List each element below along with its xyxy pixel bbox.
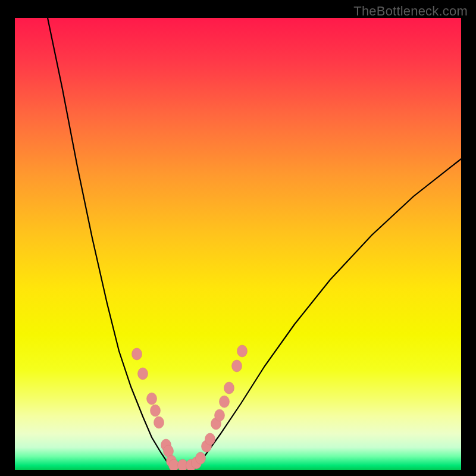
- marker-point: [151, 405, 161, 416]
- chart-frame: [15, 18, 461, 470]
- bottleneck-curve: [48, 18, 461, 465]
- marker-point: [224, 382, 234, 394]
- marker-point: [205, 433, 215, 445]
- marker-point: [220, 396, 230, 408]
- marker-point: [196, 452, 206, 464]
- marker-point: [147, 393, 157, 405]
- marker-point: [132, 348, 142, 360]
- marker-group: [132, 345, 248, 470]
- marker-point: [237, 345, 248, 357]
- marker-point: [138, 368, 148, 380]
- marker-point: [232, 360, 242, 372]
- marker-point: [169, 459, 179, 470]
- marker-point: [215, 409, 225, 421]
- marker-point: [154, 416, 164, 428]
- chart-svg: [15, 18, 461, 470]
- watermark-text: TheBottleneck.com: [353, 4, 468, 19]
